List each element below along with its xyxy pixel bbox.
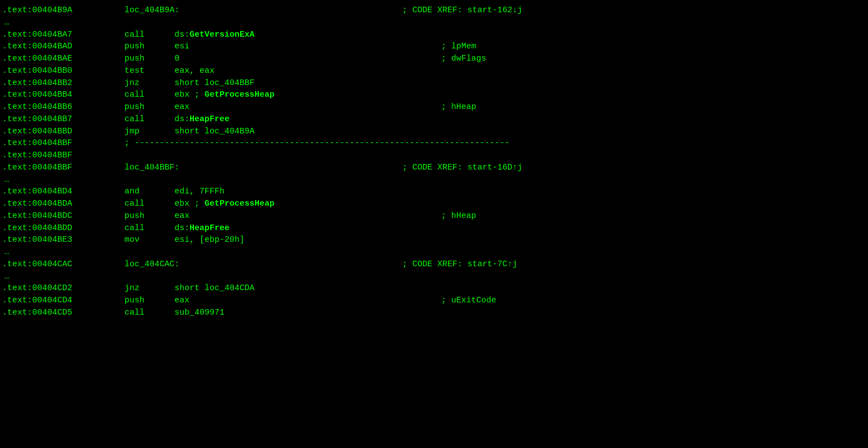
address: .text:00404BD4 [2, 186, 124, 198]
mnemonic: push [124, 210, 174, 222]
code-line: .text:00404BA7callds:GetVersionExA [0, 29, 868, 41]
mnemonic: call [124, 29, 174, 41]
code-line: … [0, 174, 868, 186]
address: .text:00404BDA [2, 198, 124, 210]
operands: ds:HeapFree [174, 222, 441, 235]
label: loc_404BBF: [124, 162, 402, 174]
separator: ; --------------------------------------… [124, 137, 510, 150]
comment: ; dwFlags [441, 53, 486, 65]
address: .text:00404BB7 [2, 113, 124, 126]
comment: ; lpMem [441, 41, 476, 53]
mnemonic: push [124, 101, 174, 113]
mnemonic: call [124, 198, 174, 210]
disassembly-view: .text:00404B9Aloc_404B9A:; CODE XREF: st… [0, 4, 868, 319]
code-line: .text:00404CD4pusheax; uExitCode [0, 295, 868, 307]
mnemonic: push [124, 41, 174, 53]
mnemonic: call [124, 307, 174, 319]
code-line: .text:00404BBDjmpshort loc_404B9A [0, 126, 868, 138]
code-line: … [0, 271, 868, 283]
code-line: .text:00404BDDcallds:HeapFree [0, 222, 868, 235]
code-line: .text:00404BB6pusheax; hHeap [0, 101, 868, 113]
operands: sub_409971 [174, 307, 441, 319]
address: .text:00404BDC [2, 210, 124, 222]
code-line: .text:00404BBF; ------------------------… [0, 137, 868, 150]
code-line: .text:00404BDCpusheax; hHeap [0, 210, 868, 222]
operands: eax, eax [174, 65, 441, 77]
operands: eax [174, 295, 441, 307]
code-line: .text:00404BE3movesi, [ebp-20h] [0, 234, 868, 246]
operands: edi, 7FFFh [174, 186, 441, 198]
address: .text:00404BB0 [2, 65, 124, 77]
operands: esi, [ebp-20h] [174, 234, 441, 246]
comment: ; CODE XREF: start-16D↑j [402, 162, 522, 174]
code-line: .text:00404BB2jnzshort loc_404BBF [0, 77, 868, 89]
address: .text:00404BAD [2, 41, 124, 53]
operands: ds:HeapFree [174, 113, 441, 126]
code-line: .text:00404BDAcallebx ; GetProcessHeap [0, 198, 868, 210]
operands: ds:GetVersionExA [174, 29, 441, 41]
mnemonic: and [124, 186, 174, 198]
code-line: .text:00404CACloc_404CAC:; CODE XREF: st… [0, 258, 868, 271]
address: .text:00404BBF [2, 162, 124, 174]
address: .text:00404BBF [2, 150, 72, 162]
address: .text:00404B9A [2, 4, 124, 17]
operands: short loc_404CDA [174, 282, 441, 295]
code-line: .text:00404BB7callds:HeapFree [0, 113, 868, 126]
mnemonic: jmp [124, 126, 174, 138]
code-line: .text:00404BAEpush0; dwFlags [0, 53, 868, 65]
comment: ; uExitCode [441, 295, 496, 307]
mnemonic: mov [124, 234, 174, 246]
mnemonic: call [124, 113, 174, 126]
address: .text:00404BBD [2, 126, 124, 138]
operands: short loc_404BBF [174, 77, 441, 89]
operands: esi [174, 41, 441, 53]
label: loc_404CAC: [124, 258, 402, 271]
code-line: .text:00404BBF [0, 150, 868, 162]
address: .text:00404CD2 [2, 282, 124, 295]
address: .text:00404BAE [2, 53, 124, 65]
ellipsis: … [2, 174, 9, 186]
address: .text:00404CAC [2, 258, 124, 271]
code-line: .text:00404CD5callsub_409971 [0, 307, 868, 319]
code-line: .text:00404B9Aloc_404B9A:; CODE XREF: st… [0, 4, 868, 17]
code-line: .text:00404BB0testeax, eax [0, 65, 868, 77]
comment: ; CODE XREF: start-162↓j [402, 4, 522, 17]
ellipsis: … [2, 246, 9, 258]
address: .text:00404CD4 [2, 295, 124, 307]
comment: ; hHeap [441, 101, 476, 113]
mnemonic: push [124, 53, 174, 65]
ellipsis: … [2, 271, 9, 283]
label: loc_404B9A: [124, 4, 402, 17]
mnemonic: jnz [124, 77, 174, 89]
address: .text:00404BE3 [2, 234, 124, 246]
code-line: .text:00404BADpushesi; lpMem [0, 41, 868, 53]
operands: eax [174, 210, 441, 222]
address: .text:00404BB6 [2, 101, 124, 113]
mnemonic: jnz [124, 282, 174, 295]
comment: ; CODE XREF: start-7C↑j [402, 258, 517, 271]
comment: ; hHeap [441, 210, 476, 222]
code-line: … [0, 17, 868, 29]
operands: eax [174, 101, 441, 113]
code-line: .text:00404BBFloc_404BBF:; CODE XREF: st… [0, 162, 868, 174]
code-line: .text:00404CD2jnzshort loc_404CDA [0, 282, 868, 295]
mnemonic: call [124, 222, 174, 235]
address: .text:00404CD5 [2, 307, 124, 319]
mnemonic: push [124, 295, 174, 307]
mnemonic: call [124, 89, 174, 101]
address: .text:00404BB2 [2, 77, 124, 89]
code-line: … [0, 246, 868, 258]
operands: 0 [174, 53, 441, 65]
address: .text:00404BA7 [2, 29, 124, 41]
mnemonic: test [124, 65, 174, 77]
address: .text:00404BBF [2, 137, 124, 150]
code-line: .text:00404BB4callebx ; GetProcessHeap [0, 89, 868, 101]
ellipsis: … [2, 17, 9, 29]
address: .text:00404BDD [2, 222, 124, 235]
operands: ebx ; GetProcessHeap [174, 89, 441, 101]
address: .text:00404BB4 [2, 89, 124, 101]
operands: ebx ; GetProcessHeap [174, 198, 441, 210]
operands: short loc_404B9A [174, 126, 441, 138]
code-line: .text:00404BD4andedi, 7FFFh [0, 186, 868, 198]
